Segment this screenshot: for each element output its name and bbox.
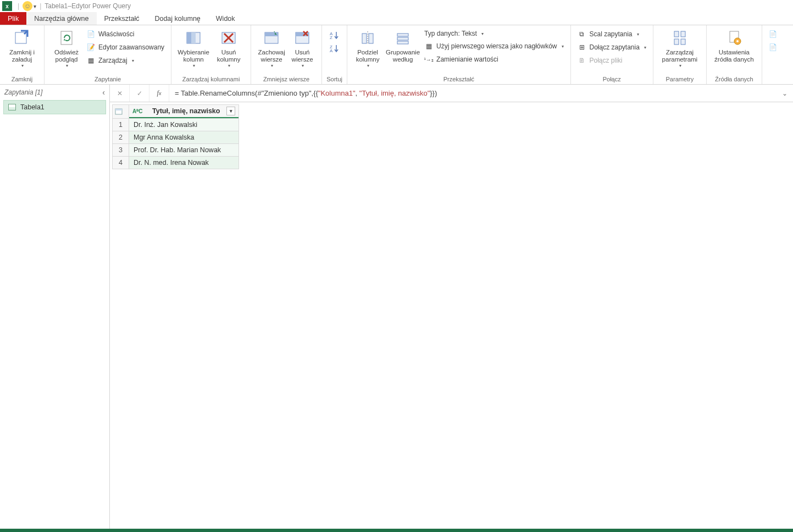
- keep-rows-icon: [262, 29, 281, 47]
- svg-rect-22: [681, 39, 685, 45]
- tab-transform[interactable]: Przekształć: [97, 12, 147, 25]
- keep-rows-button[interactable]: Zachowajwiersze▾: [256, 27, 287, 68]
- svg-text:Z: Z: [330, 35, 332, 40]
- data-type-button[interactable]: Typ danych: Tekst▾: [422, 29, 565, 38]
- advanced-editor-button[interactable]: 📝 Edytor zaawansowany: [84, 42, 167, 53]
- table-row[interactable]: 4Dr. N. med. Irena Nowak: [113, 157, 239, 169]
- select-all-corner[interactable]: [113, 105, 129, 119]
- svg-rect-17: [397, 37, 408, 40]
- main-area: ✕ ✓ fx = Table.RenameColumns(#"Zmieniono…: [110, 85, 793, 529]
- data-source-settings-button[interactable]: Ustawieniaźródła danych: [711, 27, 757, 63]
- sort-asc-button[interactable]: AZ: [330, 31, 340, 40]
- svg-rect-18: [397, 41, 408, 44]
- replace-values-button[interactable]: ¹→₂ Zamienianie wartości: [422, 54, 565, 65]
- remove-rows-button[interactable]: Usuńwiersze▾: [287, 27, 317, 68]
- append-icon: ⊞: [578, 43, 586, 52]
- choose-columns-icon: [184, 29, 203, 47]
- group-new-query: 📄 📄: [762, 25, 784, 84]
- queries-header: Zapytania [1]: [4, 88, 42, 96]
- expand-formula-icon[interactable]: ⌄: [777, 90, 793, 97]
- remove-rows-icon: [293, 29, 312, 47]
- choose-columns-button[interactable]: Wybieraniekolumn▾: [176, 27, 211, 68]
- svg-rect-16: [397, 34, 408, 36]
- smiley-icon[interactable]: ☺: [23, 1, 32, 11]
- replace-icon: ¹→₂: [424, 55, 433, 64]
- column-filter-dropdown[interactable]: ▾: [226, 107, 235, 115]
- split-icon: [358, 29, 377, 47]
- table-row[interactable]: 3Prof. Dr. Hab. Marian Nowak: [113, 144, 239, 157]
- close-load-icon: [13, 29, 31, 47]
- combine-files-button[interactable]: 🗎 Połącz pliki: [575, 55, 648, 66]
- close-load-button[interactable]: Zamknij izaładuj▾: [4, 27, 40, 68]
- manage-parameters-button[interactable]: Zarządzajparametrami▾: [658, 27, 702, 68]
- window-title: Tabela1–Edytor Power Query: [45, 2, 131, 10]
- table-row[interactable]: 2Mgr Anna Kowalska: [113, 131, 239, 144]
- data-grid: AᴮC Tytuł, imię, nazwisko ▾ 1Dr. Inż. Ja…: [112, 104, 239, 169]
- accept-formula-button[interactable]: ✓: [130, 85, 149, 102]
- content: Zapytania [1] ‹ Tabela1 ✕ ✓ fx = Table.R…: [0, 85, 793, 529]
- svg-rect-15: [369, 34, 373, 43]
- new-source-button[interactable]: 📄: [767, 29, 780, 40]
- group-transform: Podzielkolumny▾ Grupowaniewedług Typ dan…: [347, 25, 570, 84]
- svg-rect-19: [674, 31, 679, 37]
- properties-icon: 📄: [86, 30, 95, 38]
- group-data-sources: Ustawieniaźródła danych Źródła danych: [707, 25, 762, 84]
- refresh-icon: [57, 29, 76, 47]
- svg-rect-27: [115, 109, 122, 110]
- svg-rect-4: [191, 32, 196, 43]
- parameters-icon: [670, 29, 689, 47]
- svg-point-25: [736, 40, 739, 42]
- group-reduce-rows: Zachowajwiersze▾ Usuńwiersze▾ Zmniejsz w…: [251, 25, 322, 84]
- combine-files-icon: 🗎: [578, 56, 586, 65]
- split-column-button[interactable]: Podzielkolumny▾: [352, 27, 384, 68]
- formula-input[interactable]: = Table.RenameColumns(#"Zmieniono typ",{…: [169, 89, 777, 97]
- merge-icon: ⧉: [578, 30, 586, 38]
- remove-columns-button[interactable]: Usuńkolumny▾: [211, 27, 246, 68]
- svg-rect-14: [362, 34, 367, 43]
- group-parameters: Zarządzajparametrami▾ Parametry: [653, 25, 707, 84]
- table-icon: [8, 104, 16, 110]
- table-row[interactable]: 1Dr. Inż. Jan Kowalski: [113, 119, 239, 131]
- refresh-preview-button[interactable]: Odświeżpodgląd▾: [49, 27, 84, 68]
- data-source-icon: [725, 29, 744, 47]
- append-queries-button[interactable]: ⊞ Dołącz zapytania▾: [575, 42, 648, 53]
- svg-rect-20: [681, 31, 685, 37]
- tab-view[interactable]: Widok: [208, 12, 243, 25]
- group-by-button[interactable]: Grupowaniewedług: [384, 27, 422, 63]
- query-item-tabela1[interactable]: Tabela1: [3, 100, 106, 114]
- tab-add-column[interactable]: Dodaj kolumnę: [147, 12, 208, 25]
- sort-desc-button[interactable]: ZA: [330, 44, 340, 53]
- text-type-icon: AᴮC: [132, 108, 142, 114]
- svg-rect-3: [187, 32, 191, 43]
- tab-home[interactable]: Narzędzia główne: [26, 12, 96, 25]
- manage-icon: ▦: [86, 56, 95, 65]
- collapse-pane-icon[interactable]: ‹: [102, 88, 105, 97]
- group-combine: ⧉ Scal zapytania▾ ⊞ Dołącz zapytania▾ 🗎 …: [571, 25, 653, 84]
- excel-icon: x: [2, 1, 12, 11]
- ribbon: Zamknij izaładuj▾ Zamknij Odświeżpodgląd…: [0, 25, 793, 85]
- queries-pane: Zapytania [1] ‹ Tabela1: [0, 85, 110, 529]
- first-row-headers-button[interactable]: ▦ Użyj pierwszego wiersza jako nagłówków…: [422, 41, 565, 52]
- titlebar: x | ☺ ▾ | Tabela1–Edytor Power Query: [0, 0, 793, 12]
- cancel-formula-button[interactable]: ✕: [110, 85, 130, 102]
- group-close: Zamknij izaładuj▾ Zamknij: [0, 25, 45, 84]
- headers-icon: ▦: [424, 42, 433, 51]
- remove-columns-icon: [219, 29, 238, 47]
- tab-file[interactable]: Plik: [0, 12, 26, 25]
- svg-rect-21: [674, 39, 679, 45]
- fx-icon[interactable]: fx: [149, 85, 169, 102]
- group-manage-columns: Wybieraniekolumn▾ Usuńkolumny▾ Zarządzaj…: [171, 25, 251, 84]
- manage-button[interactable]: ▦ Zarządzaj▾: [84, 55, 167, 66]
- svg-text:A: A: [330, 48, 333, 53]
- qat-dropdown-icon[interactable]: ▾: [34, 3, 36, 9]
- group-query: Odświeżpodgląd▾ 📄 Właściwości 📝 Edytor z…: [45, 25, 171, 84]
- properties-button[interactable]: 📄 Właściwości: [84, 29, 167, 40]
- ribbon-tabs: Plik Narzędzia główne Przekształć Dodaj …: [0, 12, 793, 25]
- group-icon: [393, 29, 412, 47]
- merge-queries-button[interactable]: ⧉ Scal zapytania▾: [575, 29, 648, 40]
- group-sort: AZ ZA Sortuj: [322, 25, 347, 84]
- formula-bar: ✕ ✓ fx = Table.RenameColumns(#"Zmieniono…: [110, 85, 793, 102]
- editor-icon: 📝: [86, 43, 95, 52]
- column-header[interactable]: AᴮC Tytuł, imię, nazwisko ▾: [129, 105, 239, 119]
- recent-sources-button[interactable]: 📄: [767, 42, 780, 53]
